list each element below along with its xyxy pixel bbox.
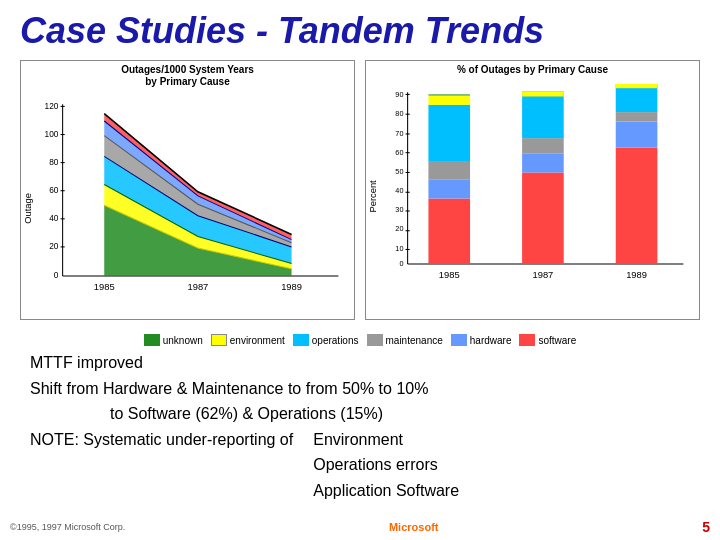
svg-text:20: 20 (49, 241, 59, 251)
svg-text:1985: 1985 (439, 270, 460, 280)
svg-rect-62 (616, 121, 658, 147)
svg-text:0: 0 (54, 270, 59, 280)
legend-color-hardware (451, 334, 467, 346)
legend-unknown: unknown (144, 334, 203, 346)
svg-text:1987: 1987 (187, 282, 208, 292)
legend-color-maintenance (367, 334, 383, 346)
svg-rect-51 (428, 180, 470, 199)
ms-logo: Microsoft (389, 521, 439, 533)
text-shift: Shift from Hardware & Maintenance to fro… (30, 376, 428, 402)
svg-rect-55 (428, 94, 470, 95)
svg-text:0: 0 (399, 259, 403, 268)
text-line-4: NOTE: Systematic under-reporting of Envi… (30, 427, 690, 504)
svg-text:60: 60 (395, 148, 403, 157)
left-chart: Outages/1000 System Years by Primary Cau… (20, 60, 355, 320)
right-chart-svg: Percent 90 80 70 60 50 40 30 20 10 0 (366, 76, 699, 296)
svg-text:80: 80 (49, 157, 59, 167)
legend-environment: environment (211, 334, 285, 346)
legend-label-environment: environment (230, 335, 285, 346)
legend-label-unknown: unknown (163, 335, 203, 346)
svg-text:120: 120 (45, 101, 59, 111)
svg-text:40: 40 (49, 213, 59, 223)
svg-text:90: 90 (395, 90, 403, 99)
svg-rect-58 (522, 138, 564, 154)
svg-rect-65 (616, 84, 658, 88)
legend-color-unknown (144, 334, 160, 346)
svg-text:10: 10 (395, 244, 403, 253)
text-line-1: MTTF improved (30, 350, 690, 376)
svg-text:80: 80 (395, 109, 403, 118)
legend-hardware: hardware (451, 334, 512, 346)
charts-container: Outages/1000 System Years by Primary Cau… (20, 60, 700, 320)
legend-operations: operations (293, 334, 359, 346)
svg-text:40: 40 (395, 186, 403, 195)
svg-rect-50 (428, 198, 470, 264)
svg-rect-60 (522, 91, 564, 96)
page-title: Case Studies - Tandem Trends (20, 10, 700, 52)
footer: ©1995, 1997 Microsoft Corp. Microsoft 5 (10, 519, 710, 535)
left-chart-svg: Outage 120 100 80 60 40 20 0 1985 (21, 88, 354, 308)
svg-rect-61 (616, 147, 658, 264)
text-content: MTTF improved Shift from Hardware & Main… (20, 350, 700, 504)
svg-text:Outage: Outage (23, 193, 33, 224)
text-application-software: Application Software (313, 482, 459, 499)
svg-rect-52 (428, 161, 470, 180)
text-environment: Environment (313, 431, 403, 448)
legend-color-operations (293, 334, 309, 346)
text-line-3: to Software (62%) & Operations (15%) (30, 401, 690, 427)
svg-text:20: 20 (395, 224, 403, 233)
legend-label-maintenance: maintenance (386, 335, 443, 346)
svg-rect-64 (616, 84, 658, 112)
svg-text:1987: 1987 (532, 270, 553, 280)
text-operations-errors: Operations errors (313, 456, 438, 473)
svg-text:1989: 1989 (281, 282, 302, 292)
text-mttf: MTTF improved (30, 350, 143, 376)
legend-maintenance: maintenance (367, 334, 443, 346)
right-chart-title: % of Outages by Primary Cause (366, 61, 699, 76)
copyright: ©1995, 1997 Microsoft Corp. (10, 522, 125, 532)
svg-rect-54 (428, 95, 470, 104)
svg-rect-63 (616, 112, 658, 121)
chart-legend: unknown environment operations maintenan… (20, 330, 700, 350)
right-chart: % of Outages by Primary Cause Percent 90… (365, 60, 700, 320)
legend-label-hardware: hardware (470, 335, 512, 346)
svg-text:50: 50 (395, 167, 403, 176)
legend-color-environment (211, 334, 227, 346)
legend-color-software (519, 334, 535, 346)
text-line-2: Shift from Hardware & Maintenance to fro… (30, 376, 690, 402)
legend-software: software (519, 334, 576, 346)
svg-text:30: 30 (395, 205, 403, 214)
page-number: 5 (702, 519, 710, 535)
page: Case Studies - Tandem Trends Outages/100… (0, 0, 720, 540)
svg-text:100: 100 (45, 129, 59, 139)
text-note: NOTE: Systematic under-reporting of (30, 427, 293, 453)
legend-label-software: software (538, 335, 576, 346)
text-to: to Software (62%) & Operations (15%) (110, 401, 383, 427)
legend-label-operations: operations (312, 335, 359, 346)
svg-text:Percent: Percent (368, 180, 378, 213)
svg-rect-53 (428, 105, 470, 161)
svg-text:60: 60 (49, 185, 59, 195)
svg-text:70: 70 (395, 129, 403, 138)
left-chart-title: Outages/1000 System Years by Primary Cau… (21, 61, 354, 88)
svg-rect-57 (522, 154, 564, 173)
svg-rect-59 (522, 91, 564, 138)
svg-text:1985: 1985 (94, 282, 115, 292)
svg-rect-56 (522, 172, 564, 264)
svg-text:1989: 1989 (626, 270, 647, 280)
text-note-right: Environment Operations errors Applicatio… (313, 427, 459, 504)
